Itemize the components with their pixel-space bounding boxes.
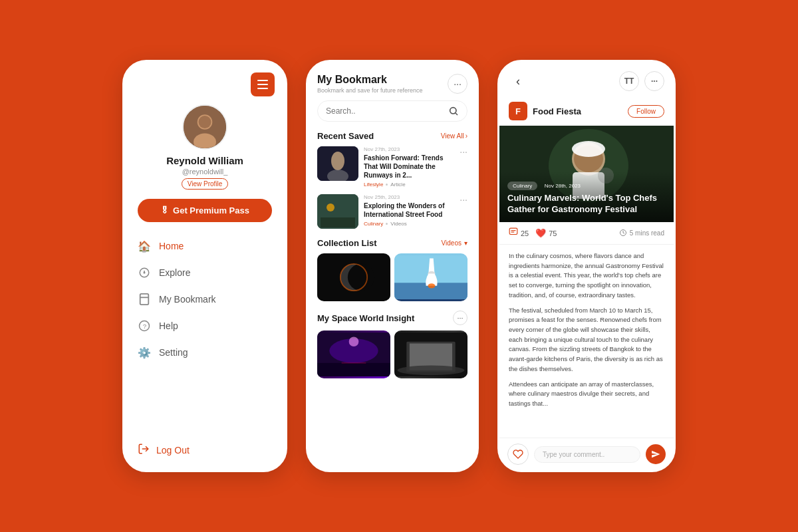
space-thumb-concert[interactable] bbox=[317, 331, 390, 378]
explore-icon bbox=[138, 266, 151, 279]
likes-stat: ❤️ 75 bbox=[535, 228, 557, 238]
article-para-2: The festival, scheduled from March 10 to… bbox=[509, 306, 664, 374]
hero-date: Nov 28th, 2023 bbox=[545, 183, 581, 189]
send-button[interactable] bbox=[646, 444, 666, 464]
space-more-button[interactable]: ··· bbox=[453, 311, 467, 325]
article-topbar: ‹ TT ··· bbox=[499, 62, 674, 96]
collection-thumb-eclipse[interactable] bbox=[317, 253, 390, 301]
article-para-1: In the culinary cosmos, where flavors da… bbox=[509, 251, 664, 301]
author-info: F Food Fiesta bbox=[509, 102, 581, 120]
nav-item-help[interactable]: ? Help bbox=[132, 313, 277, 339]
space-grid bbox=[317, 331, 467, 378]
help-icon: ? bbox=[138, 319, 151, 332]
follow-button[interactable]: Follow bbox=[628, 105, 664, 118]
chevron-right-icon: › bbox=[466, 132, 467, 140]
profile-handle: @reynoldwill_ bbox=[124, 168, 285, 176]
search-input[interactable] bbox=[326, 106, 444, 116]
bookmark-title: My Bookmark bbox=[317, 74, 423, 86]
collection-filter[interactable]: Videos ▾ bbox=[442, 239, 467, 247]
profile-name: Reynold William bbox=[124, 155, 285, 166]
article-para-3: Attendees can anticipate an array of mas… bbox=[509, 380, 664, 409]
settings-icon: ⚙️ bbox=[138, 346, 151, 359]
svg-point-28 bbox=[428, 283, 435, 288]
svg-text:?: ? bbox=[143, 323, 147, 330]
author-row: F Food Fiesta Follow bbox=[499, 96, 674, 126]
view-all-button[interactable]: View All › bbox=[441, 132, 467, 140]
svg-point-43 bbox=[572, 141, 605, 157]
logout-button[interactable]: Log Out bbox=[124, 432, 285, 470]
svg-rect-19 bbox=[321, 217, 355, 227]
article-stats: 25 ❤️ 75 5 mins read bbox=[499, 222, 674, 245]
saved-date-1: Nov 27th, 2023 bbox=[364, 146, 454, 152]
saved-thumb-2 bbox=[317, 194, 358, 229]
search-icon bbox=[448, 106, 459, 116]
comment-bar: Type your comment.. bbox=[499, 438, 674, 470]
recent-saved-header: Recent Saved View All › bbox=[317, 131, 467, 141]
svg-rect-45 bbox=[509, 228, 517, 234]
font-size-button[interactable]: TT bbox=[619, 71, 639, 91]
tag-separator-2 bbox=[386, 223, 388, 225]
comment-icon bbox=[509, 227, 518, 239]
hero-badge: Culinary bbox=[507, 182, 537, 190]
collection-thumb-rocket[interactable] bbox=[394, 253, 467, 301]
tag-lifestyle: Lifestyle bbox=[364, 182, 383, 188]
saved-item-2: Nov 25th, 2023 Exploring the Wonders of … bbox=[317, 194, 467, 229]
tag-videos: Videos bbox=[390, 221, 406, 227]
bookmark-header: My Bookmark Bookmark and save for future… bbox=[317, 74, 467, 94]
nav-item-home[interactable]: 🏠 Home bbox=[132, 233, 277, 259]
avatar bbox=[182, 104, 227, 150]
search-bar bbox=[317, 100, 467, 122]
author-avatar: F bbox=[509, 102, 527, 120]
saved-content-2: Nov 25th, 2023 Exploring the Wonders of … bbox=[364, 194, 454, 227]
bookmark-icon bbox=[138, 293, 151, 306]
comments-count: 25 bbox=[521, 229, 529, 237]
saved-tags-2: Culinary Videos bbox=[364, 221, 454, 227]
premium-icon: 🎖 bbox=[160, 205, 169, 215]
tag-article: Article bbox=[390, 182, 405, 188]
svg-point-3 bbox=[199, 116, 211, 128]
author-name: Food Fiesta bbox=[533, 106, 581, 116]
svg-point-37 bbox=[398, 366, 465, 376]
space-section: My Space World Insight ··· bbox=[317, 311, 467, 378]
nav-list: 🏠 Home Explore My Bookmark ? Help bbox=[124, 233, 285, 366]
article-hero: Culinary Nov 28th, 2023 Culinary Marvels… bbox=[499, 126, 674, 222]
back-button[interactable]: ‹ bbox=[509, 72, 527, 90]
nav-item-setting[interactable]: ⚙️ Setting bbox=[132, 339, 277, 366]
nav-item-explore[interactable]: Explore bbox=[132, 259, 277, 286]
menu-button[interactable] bbox=[251, 72, 275, 96]
svg-point-6 bbox=[144, 272, 145, 273]
svg-rect-31 bbox=[317, 363, 390, 376]
tag-culinary: Culinary bbox=[364, 221, 383, 227]
collection-grid bbox=[317, 253, 467, 301]
phone-profile: Reynold William @reynoldwill_ View Profi… bbox=[122, 60, 287, 472]
chevron-down-icon: ▾ bbox=[464, 239, 467, 247]
saved-content-1: Nov 27th, 2023 Fashion Forward: Trends T… bbox=[364, 146, 454, 188]
recent-saved-title: Recent Saved bbox=[317, 131, 374, 141]
svg-point-32 bbox=[349, 336, 359, 346]
home-icon: 🏠 bbox=[138, 239, 151, 253]
saved-more-1[interactable]: ··· bbox=[460, 146, 467, 157]
svg-point-22 bbox=[348, 264, 374, 291]
saved-title-1: Fashion Forward: Trends That Will Domina… bbox=[364, 154, 454, 180]
collection-header: Collection List Videos ▾ bbox=[317, 238, 467, 248]
saved-title-2: Exploring the Wonders of International S… bbox=[364, 201, 454, 219]
space-title: My Space World Insight bbox=[317, 313, 414, 323]
article-more-button[interactable]: ··· bbox=[644, 71, 664, 91]
space-thumb-cinema[interactable] bbox=[394, 331, 467, 378]
nav-label-home: Home bbox=[159, 241, 184, 251]
saved-more-2[interactable]: ··· bbox=[460, 194, 467, 205]
premium-button[interactable]: 🎖 Get Premium Pass bbox=[138, 199, 272, 222]
likes-count: 75 bbox=[549, 229, 557, 237]
comment-input[interactable]: Type your comment.. bbox=[534, 446, 640, 463]
like-button[interactable] bbox=[507, 444, 529, 465]
more-button[interactable]: ··· bbox=[448, 74, 467, 94]
svg-point-15 bbox=[331, 152, 344, 170]
space-header: My Space World Insight ··· bbox=[317, 311, 467, 325]
clock-icon bbox=[619, 229, 627, 238]
nav-label-bookmark: My Bookmark bbox=[159, 294, 216, 305]
nav-item-bookmark[interactable]: My Bookmark bbox=[132, 286, 277, 313]
saved-tags-1: Lifestyle Article bbox=[364, 182, 454, 188]
view-profile-button[interactable]: View Profile bbox=[182, 178, 229, 190]
saved-item-1: Nov 27th, 2023 Fashion Forward: Trends T… bbox=[317, 146, 467, 188]
nav-label-setting: Setting bbox=[159, 347, 188, 358]
